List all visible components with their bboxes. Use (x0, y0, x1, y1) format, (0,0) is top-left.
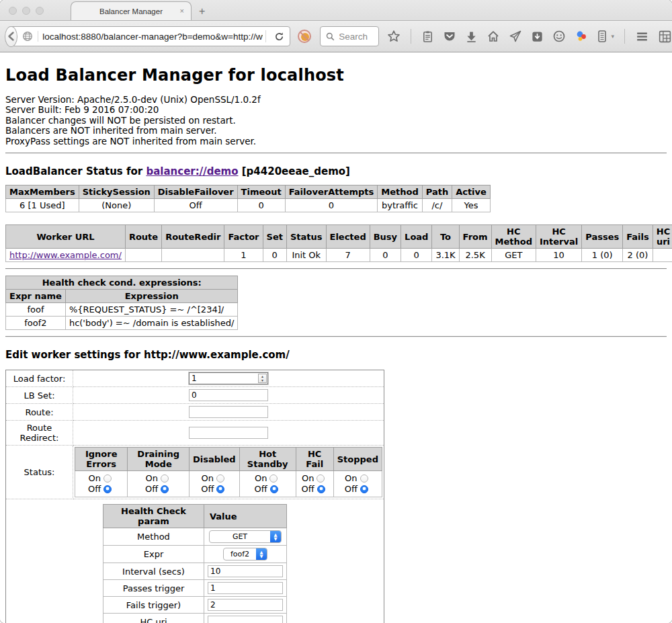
table-cell (653, 249, 672, 262)
stopped-off-radio[interactable] (360, 485, 368, 493)
container-extension-icon[interactable] (597, 30, 607, 43)
table-cell: 2 (0) (623, 249, 653, 262)
hot-standby-on-radio[interactable] (269, 474, 278, 483)
colored-dots-extension-icon[interactable] (575, 30, 588, 43)
disabled-on-radio[interactable] (216, 474, 224, 483)
expr-select-value: foof2 (224, 550, 256, 558)
search-icon (326, 32, 335, 41)
divider (5, 336, 667, 337)
table-row: http://www.example.com/ 1 0 Init Ok 7 0 … (6, 249, 672, 262)
column-header: Busy (370, 225, 401, 249)
draining-mode-off-radio[interactable] (161, 485, 169, 493)
column-header: Method (378, 185, 422, 199)
grid-extension-icon[interactable] (658, 30, 672, 44)
health-check-expressions-table: Health check cond. expressions: Expr nam… (5, 276, 238, 330)
table-cell: 1 (224, 249, 263, 262)
route-redirect-input[interactable] (190, 428, 267, 438)
lb-set-input[interactable] (190, 390, 267, 400)
route-input[interactable] (190, 407, 267, 417)
on-label: On (302, 473, 314, 484)
table-row: Passes trigger (103, 580, 287, 597)
hc-uri-input[interactable] (208, 617, 282, 623)
column-header: HC Interval (536, 225, 581, 249)
chat-smiley-icon[interactable] (552, 30, 566, 43)
column-header: Status (286, 225, 326, 249)
expr-name-cell: foof2 (6, 317, 66, 330)
method-select[interactable]: GET ▲▼ (209, 530, 282, 543)
on-label: On (145, 473, 157, 484)
ignore-errors-on-radio[interactable] (103, 474, 112, 483)
divider (5, 153, 667, 154)
column-header: To (432, 225, 459, 249)
column-header: Factor (224, 225, 263, 249)
select-stepper-icon: ▲▼ (256, 548, 267, 560)
column-header: Draining Mode (128, 448, 190, 471)
minimize-window-button[interactable] (22, 7, 30, 15)
tab-balancer-manager[interactable]: Balancer Manager × (71, 1, 192, 20)
hc-fail-on-radio[interactable] (317, 474, 325, 483)
column-header: FailoverAttempts (285, 185, 378, 199)
column-header: Hot Standby (239, 448, 296, 471)
disabled-off-radio[interactable] (216, 485, 224, 493)
menu-hamburger-icon[interactable] (635, 30, 649, 44)
draining-mode-on-radio[interactable] (161, 474, 169, 483)
hot-standby-off-radio[interactable] (270, 485, 278, 493)
column-header: Disabled (190, 448, 240, 471)
table-cell: 0 (401, 249, 432, 262)
route-label: Route: (6, 404, 73, 421)
passes-trigger-input[interactable] (208, 583, 282, 593)
table-cell: 6 [1 Used] (6, 199, 79, 212)
column-header: Load (401, 225, 432, 249)
site-identity-globe-icon[interactable] (22, 31, 38, 42)
stopped-on-radio[interactable] (360, 474, 368, 483)
off-label: Off (345, 484, 358, 495)
heading-suffix: [p4420eeae_demo] (239, 165, 350, 177)
column-header: Path (422, 185, 452, 199)
table-cell: 3.1K (432, 249, 459, 262)
url-bar[interactable]: localhost:8880/balancer-manager?b=demo&w… (8, 26, 290, 46)
window-controls[interactable] (9, 7, 44, 15)
tab-close-icon[interactable]: × (180, 7, 184, 15)
bookmark-star-icon[interactable] (387, 30, 401, 43)
ignore-errors-off-radio[interactable] (103, 485, 112, 493)
proxypass-note-line: ProxyPass settings are NOT inherited fro… (5, 136, 667, 147)
select-stepper-icon: ▲▼ (270, 530, 281, 543)
save-extension-icon[interactable] (531, 30, 544, 43)
form-row: Load factor: ▴▾ (6, 370, 384, 387)
interval-input[interactable] (208, 567, 282, 576)
reload-button[interactable] (269, 32, 290, 42)
home-icon[interactable] (487, 30, 500, 43)
edit-worker-form-table: Load factor: ▴▾ LB Set: Route: Route Red… (5, 370, 384, 623)
expr-select[interactable]: foof2 ▲▼ (223, 548, 267, 560)
pocket-icon[interactable] (443, 30, 456, 43)
new-tab-button[interactable]: + (199, 5, 205, 17)
number-spinner-icon[interactable]: ▴▾ (258, 374, 267, 383)
form-row: LB Set: (6, 387, 384, 404)
table-row: Expr foof2 ▲▼ (103, 546, 287, 563)
method-label: Method (103, 528, 204, 546)
reading-list-icon[interactable] (421, 30, 434, 43)
fails-trigger-input[interactable] (208, 600, 282, 610)
zoom-window-button[interactable] (36, 7, 44, 15)
table-cell: (None) (79, 199, 154, 212)
back-button[interactable] (5, 26, 17, 47)
close-window-button[interactable] (9, 7, 17, 15)
page-content: Load Balancer Manager for localhost Serv… (0, 52, 672, 623)
balancer-demo-link[interactable]: balancer://demo (146, 165, 238, 177)
overflow-caret-icon[interactable]: ▾ (611, 33, 614, 40)
heading-prefix: LoadBalancer Status for (5, 165, 146, 177)
send-page-icon[interactable] (509, 30, 522, 43)
lb-set-label: LB Set: (6, 387, 73, 404)
content-blocker-icon[interactable] (297, 29, 312, 44)
search-bar[interactable]: Search (320, 26, 379, 46)
table-cell: Yes (452, 199, 491, 212)
expression-cell: hc('body') =~ /domain is established/ (65, 317, 238, 330)
search-placeholder[interactable]: Search (339, 32, 368, 42)
hc-fail-off-radio[interactable] (317, 485, 325, 493)
url-text[interactable]: localhost:8880/balancer-manager?b=demo&w… (42, 32, 263, 42)
column-header: StickySession (79, 185, 154, 199)
load-factor-input[interactable] (190, 374, 258, 383)
column-header: Fails (623, 225, 653, 249)
downloads-icon[interactable] (465, 30, 478, 43)
worker-url-link[interactable]: http://www.example.com/ (9, 250, 122, 260)
